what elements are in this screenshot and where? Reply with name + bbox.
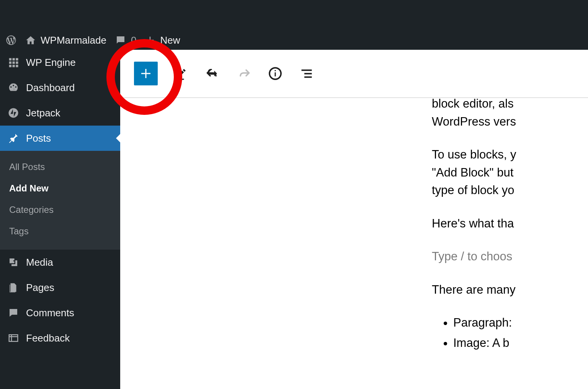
redo-button[interactable]	[236, 65, 252, 82]
sidebar-item-media[interactable]: Media	[0, 250, 120, 275]
outline-button[interactable]	[299, 65, 315, 82]
paragraph[interactable]: block editor, alsWordPress vers	[432, 95, 588, 131]
new-content-link[interactable]: New	[145, 34, 180, 46]
dashboard-icon	[8, 82, 19, 93]
svg-rect-3	[9, 62, 11, 64]
site-name-label: WPMarmalade	[41, 34, 106, 46]
redo-icon	[237, 67, 251, 80]
svg-rect-16	[304, 73, 312, 75]
submenu-add-new[interactable]: Add New	[0, 178, 120, 199]
svg-rect-15	[302, 70, 312, 71]
list-view-icon	[300, 67, 314, 80]
post-content[interactable]: block editor, alsWordPress vers To use b…	[432, 95, 588, 354]
list-item[interactable]: Image: A b	[453, 334, 588, 352]
sidebar-item-label: Media	[26, 257, 53, 268]
edit-tool-button[interactable]	[173, 65, 189, 82]
home-icon	[25, 35, 36, 46]
bullet-list[interactable]: Paragraph: Image: A b	[432, 314, 588, 352]
svg-rect-4	[13, 62, 15, 64]
feedback-icon	[8, 332, 19, 344]
svg-rect-13	[275, 72, 276, 77]
list-item[interactable]: Paragraph:	[453, 314, 588, 332]
new-label: New	[160, 34, 180, 46]
svg-point-10	[13, 260, 15, 262]
svg-rect-6	[9, 65, 11, 67]
svg-rect-2	[16, 58, 18, 60]
svg-rect-0	[9, 58, 11, 60]
plus-icon	[145, 35, 155, 46]
undo-icon	[206, 67, 219, 80]
top-dark-spacer	[0, 0, 588, 31]
wordpress-logo-icon	[5, 34, 17, 46]
paragraph[interactable]: To use blocks, y"Add Block" buttype of b…	[432, 146, 588, 199]
undo-button[interactable]	[204, 65, 220, 82]
block-placeholder[interactable]: Type / to choos	[432, 248, 588, 266]
svg-rect-11	[176, 79, 184, 80]
sidebar-item-label: WP Engine	[26, 57, 76, 69]
posts-submenu: All Posts Add New Categories Tags	[0, 151, 120, 250]
pin-icon	[8, 132, 19, 144]
info-icon	[268, 67, 282, 80]
sidebar-item-wpengine[interactable]: WP Engine	[0, 50, 120, 75]
admin-sidebar: WP Engine Dashboard Jetpack Posts All Po…	[0, 50, 120, 389]
jetpack-icon	[8, 107, 19, 119]
submenu-categories[interactable]: Categories	[0, 199, 120, 221]
svg-rect-17	[304, 77, 312, 78]
svg-rect-8	[16, 65, 18, 67]
wpengine-icon	[8, 57, 19, 68]
sidebar-item-label: Dashboard	[26, 82, 75, 94]
sidebar-item-dashboard[interactable]: Dashboard	[0, 75, 120, 100]
pencil-icon	[174, 67, 188, 80]
svg-rect-7	[13, 65, 15, 67]
comments-link[interactable]: 0	[115, 34, 136, 46]
sidebar-item-pages[interactable]: Pages	[0, 275, 120, 300]
plus-icon	[139, 67, 153, 80]
submenu-tags[interactable]: Tags	[0, 221, 120, 242]
sidebar-item-jetpack[interactable]: Jetpack	[0, 100, 120, 126]
comment-icon	[115, 34, 126, 46]
site-name-link[interactable]: WPMarmalade	[25, 34, 106, 46]
sidebar-item-label: Jetpack	[26, 107, 60, 119]
sidebar-item-label: Pages	[26, 282, 54, 294]
sidebar-item-comments[interactable]: Comments	[0, 300, 120, 325]
wordpress-logo-menu[interactable]	[5, 34, 17, 46]
sidebar-item-label: Comments	[26, 307, 74, 319]
paragraph[interactable]: There are many	[432, 281, 588, 299]
sidebar-item-label: Feedback	[26, 332, 70, 344]
svg-rect-1	[13, 58, 15, 60]
sidebar-item-feedback[interactable]: Feedback	[0, 325, 120, 351]
svg-rect-14	[275, 70, 276, 71]
editor-area: block editor, alsWordPress vers To use b…	[120, 50, 588, 389]
add-block-button[interactable]	[134, 62, 158, 85]
svg-point-9	[9, 108, 18, 118]
editor-toolbar	[120, 50, 588, 98]
admin-bar: WPMarmalade 0 New	[0, 31, 588, 50]
submenu-all-posts[interactable]: All Posts	[0, 156, 120, 178]
details-button[interactable]	[267, 65, 283, 82]
comments-count: 0	[131, 34, 136, 46]
pages-icon	[8, 282, 19, 293]
media-icon	[8, 257, 19, 268]
sidebar-item-label: Posts	[26, 132, 51, 144]
comments-icon	[8, 307, 19, 319]
paragraph[interactable]: Here's what tha	[432, 215, 588, 233]
svg-rect-5	[16, 62, 18, 64]
sidebar-item-posts[interactable]: Posts	[0, 126, 120, 151]
